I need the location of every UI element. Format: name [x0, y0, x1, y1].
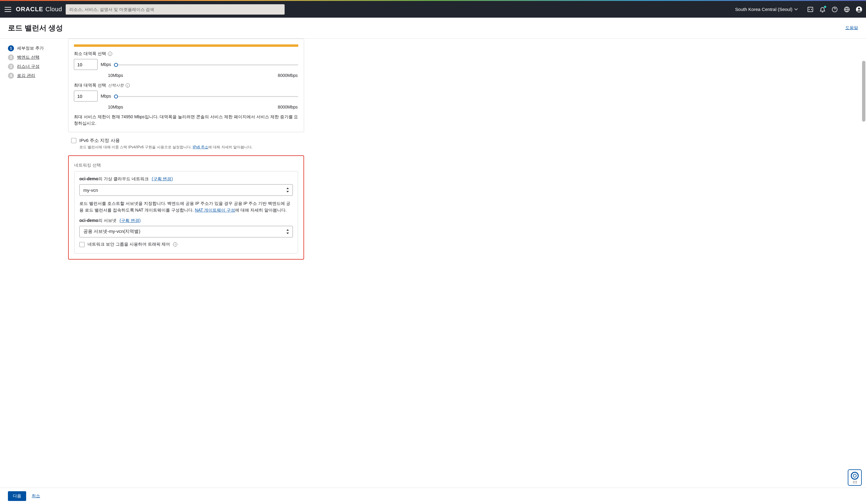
step-label: 로깅 관리: [17, 73, 35, 78]
step-label: 백엔드 선택: [17, 55, 40, 60]
vcn-select[interactable]: my-vcn: [79, 184, 293, 196]
region-selector[interactable]: South Korea Central (Seoul): [733, 7, 800, 12]
bandwidth-unit: Mbps: [101, 62, 111, 67]
bandwidth-limit-text: 최대 서비스 제한이 현재 74950 Mbps입니다. 대역폭을 늘리려면 콘…: [74, 114, 298, 126]
max-bandwidth-label: 최대 대역폭 선택 선택사항 i: [74, 83, 298, 88]
step-manage-logging[interactable]: 4 로깅 관리: [8, 72, 55, 79]
ipv6-help-text: 로드 밸런서에 대해 이중 스택 IPv4/IPv6 구현을 사용으로 설정합니…: [79, 145, 304, 150]
step-label: 리스너 구성: [17, 64, 40, 69]
global-header: ORACLE Cloud South Korea Central (Seoul): [0, 1, 866, 18]
select-chevron-icon: [287, 188, 289, 192]
svg-point-4: [858, 8, 860, 9]
bandwidth-unit: Mbps: [101, 94, 111, 99]
ipv6-label: IPv6 주소 지정 사용: [79, 138, 120, 144]
scrollbar-thumb[interactable]: [862, 61, 865, 122]
vcn-label: oci-demo의 가상 클라우드 네트워크 (구획 변경): [79, 176, 293, 182]
alert-bar: [74, 44, 298, 47]
oracle-cloud-logo[interactable]: ORACLE Cloud: [16, 6, 62, 13]
info-icon[interactable]: i: [125, 83, 130, 88]
max-bandwidth-slider[interactable]: [114, 96, 298, 97]
slider-thumb[interactable]: [114, 63, 118, 67]
globe-icon[interactable]: [844, 6, 850, 13]
optional-tag: 선택사항: [108, 83, 124, 88]
change-compartment-link[interactable]: (구획 변경): [152, 176, 173, 182]
help-link[interactable]: 도움말: [845, 25, 858, 31]
nsg-checkbox[interactable]: [79, 242, 85, 247]
step-number: 1: [8, 45, 14, 52]
networking-section-title: 네트워킹 선택: [74, 163, 298, 168]
logo-oracle-text: ORACLE: [16, 6, 43, 13]
content-area: 최소 대역폭 선택 i Mbps 10Mbps 8000Mbps 최대 대역폭 …: [61, 38, 313, 488]
slider-min-label: 10Mbps: [108, 104, 123, 110]
slider-thumb[interactable]: [114, 94, 118, 99]
wizard-footer: 다음 취소: [0, 488, 866, 488]
min-bandwidth-label: 최소 대역폭 선택 i: [74, 51, 298, 57]
step-number: 3: [8, 64, 14, 70]
ipv6-checkbox[interactable]: [71, 138, 76, 143]
step-label: 세부정보 추가: [17, 46, 44, 51]
change-compartment-link[interactable]: (구획 변경): [120, 218, 141, 223]
min-bandwidth-input[interactable]: [74, 59, 98, 70]
ipv6-section: IPv6 주소 지정 사용 로드 밸런서에 대해 이중 스택 IPv4/IPv6…: [68, 138, 304, 150]
networking-card: 네트워킹 선택 oci-demo의 가상 클라우드 네트워크 (구획 변경) m…: [68, 155, 304, 260]
nsg-label: 네트워크 보안 그룹을 사용하여 트래픽 제어: [88, 242, 170, 247]
lifebuoy-icon: [851, 472, 859, 480]
nat-gateway-link[interactable]: NAT 게이트웨이 구성: [195, 208, 235, 212]
svg-rect-0: [808, 7, 813, 12]
page-title-bar: 로드 밸런서 생성 도움말: [0, 18, 866, 38]
drag-handle-icon: [853, 481, 857, 483]
step-configure-listener[interactable]: 3 리스너 구성: [8, 64, 55, 70]
ipv6-learn-link[interactable]: IPv6 주소: [193, 145, 208, 149]
page-title: 로드 밸런서 생성: [8, 23, 63, 33]
step-add-details[interactable]: 1 세부정보 추가: [8, 45, 55, 52]
vcn-select-value: my-vcn: [83, 188, 98, 193]
region-label: South Korea Central (Seoul): [735, 7, 792, 12]
profile-icon[interactable]: [856, 6, 862, 13]
min-bandwidth-slider[interactable]: [114, 64, 298, 65]
info-icon[interactable]: i: [108, 52, 112, 56]
subnet-select[interactable]: 공용 서브넷-my-vcn(지역별): [79, 226, 293, 237]
search-input[interactable]: [66, 4, 285, 14]
slider-min-label: 10Mbps: [108, 73, 123, 78]
chevron-down-icon: [794, 8, 798, 11]
subnet-select-value: 공용 서브넷-my-vcn(지역별): [83, 228, 141, 234]
notifications-icon[interactable]: [819, 6, 826, 13]
help-icon[interactable]: [831, 6, 838, 13]
bandwidth-card: 최소 대역폭 선택 i Mbps 10Mbps 8000Mbps 최대 대역폭 …: [68, 38, 304, 132]
subnet-description: 로드 밸런서를 호스트할 서브넷을 지정합니다. 백엔드에 공용 IP 주소가 …: [79, 200, 293, 214]
logo-cloud-text: Cloud: [45, 6, 62, 13]
devtools-icon[interactable]: [807, 6, 814, 13]
menu-hamburger-icon[interactable]: [4, 5, 12, 14]
slider-max-label: 8000Mbps: [278, 104, 298, 110]
support-float-button[interactable]: [848, 469, 862, 486]
max-bandwidth-input[interactable]: [74, 91, 98, 102]
subnet-label: oci-demo의 서브넷 (구획 변경): [79, 218, 293, 223]
slider-max-label: 8000Mbps: [278, 73, 298, 78]
step-number: 4: [8, 72, 14, 79]
step-choose-backends[interactable]: 2 백엔드 선택: [8, 54, 55, 60]
notification-badge: [824, 6, 826, 8]
select-chevron-icon: [287, 229, 289, 234]
info-icon[interactable]: i: [173, 242, 177, 247]
wizard-steps: 1 세부정보 추가 2 백엔드 선택 3 리스너 구성 4 로깅 관리: [0, 38, 61, 488]
step-number: 2: [8, 54, 14, 60]
